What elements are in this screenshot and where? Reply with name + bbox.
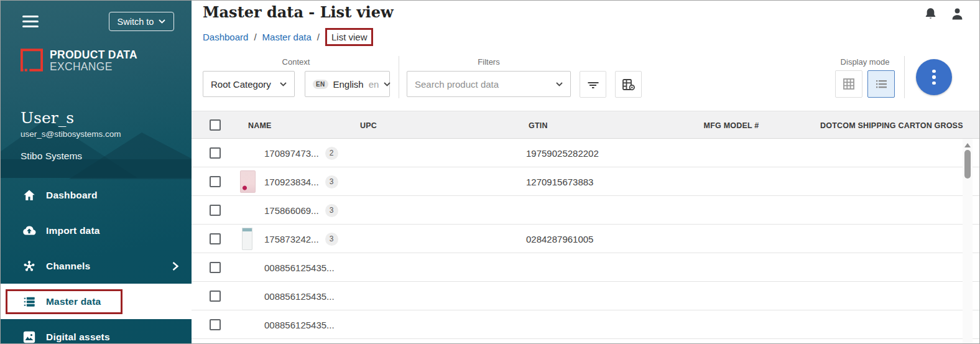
category-dropdown[interactable]: Root Category: [203, 71, 295, 97]
table-row[interactable]: 170923834...31270915673883: [192, 167, 980, 196]
digital-assets-icon: [22, 330, 36, 344]
kebab-dot: [932, 81, 936, 85]
kebab-dot: [932, 75, 936, 79]
sidebar-item-master-data[interactable]: Master data: [1, 284, 192, 319]
search-product-dropdown[interactable]: Search product data: [407, 71, 571, 97]
language-code: en: [369, 79, 379, 90]
more-actions-fab-button[interactable]: [916, 59, 952, 95]
row-checkbox[interactable]: [210, 319, 221, 330]
column-header-dotcom-shipping[interactable]: DOTCOM SHIPPING CARTON GROSS: [820, 111, 963, 139]
user-organization: Stibo Systems: [21, 151, 82, 162]
background-ridge: [1, 159, 192, 178]
sidebar: Switch to PRODUCT DATA EXCHANGE User_s u…: [1, 1, 192, 344]
vertical-scrollbar[interactable]: [963, 139, 973, 344]
variant-count-badge: 3: [325, 204, 338, 217]
cell-name[interactable]: 170923834...: [264, 177, 319, 187]
column-header-name[interactable]: NAME: [248, 111, 272, 139]
breadcrumb-list-view: List view: [331, 32, 368, 42]
table-row[interactable]: 008856125435...: [192, 253, 980, 282]
table-header: NAME UPC GTIN MFG MODEL # DOTCOM SHIPPIN…: [192, 111, 980, 139]
language-dropdown[interactable]: EN English en: [305, 71, 390, 97]
sidebar-item-label: Digital assets: [46, 332, 110, 343]
column-visibility-button[interactable]: [615, 71, 642, 98]
sidebar-nav: DashboardImport dataChannelsMaster dataD…: [1, 177, 192, 344]
column-header-gtin[interactable]: GTIN: [529, 111, 548, 139]
row-checkbox[interactable]: [210, 147, 221, 159]
table-eye-icon: [621, 77, 636, 92]
variant-count-badge: 3: [325, 233, 338, 246]
master-data-icon: [22, 295, 36, 309]
table-row[interactable]: 008856125435...: [192, 282, 980, 310]
display-mode-grid-button[interactable]: [835, 70, 862, 98]
chevron-down-icon: [556, 82, 563, 86]
row-checkbox[interactable]: [210, 205, 221, 216]
cell-gtin: 19759025282202: [526, 139, 599, 167]
context-group-label: Context: [203, 57, 389, 67]
annotation-box-list-view: List view: [325, 28, 374, 46]
column-header-upc[interactable]: UPC: [360, 111, 377, 139]
sidebar-item-channels[interactable]: Channels: [1, 248, 192, 284]
cell-name[interactable]: 170897473...: [264, 148, 319, 159]
variant-count-badge: 2: [325, 147, 338, 160]
filter-list-icon: [586, 77, 601, 92]
product-thumbnail-white-tube: [242, 228, 252, 250]
breadcrumb-master-data[interactable]: Master data: [262, 32, 312, 42]
table-row[interactable]: 170897473...219759025282202: [192, 139, 980, 167]
filters-group-label: Filters: [407, 57, 571, 67]
grid-view-icon: [841, 77, 856, 91]
toolbar-divider: [904, 56, 905, 98]
filter-button[interactable]: [580, 71, 606, 98]
breadcrumb-dashboard[interactable]: Dashboard: [203, 32, 248, 42]
notifications-bell-icon[interactable]: [923, 7, 938, 21]
search-placeholder: Search product data: [415, 79, 499, 90]
main-content: Master data - List view Dashboard / Mast…: [192, 1, 980, 344]
sidebar-item-label: Dashboard: [46, 190, 98, 201]
breadcrumb-separator: /: [317, 32, 320, 42]
app-window: Switch to PRODUCT DATA EXCHANGE User_s u…: [0, 0, 980, 344]
chevron-down-icon: [280, 82, 287, 86]
cell-name[interactable]: 008856125435...: [264, 263, 335, 273]
category-dropdown-value: Root Category: [211, 79, 271, 90]
page-title: Master data - List view: [203, 3, 394, 21]
list-view-icon: [874, 77, 889, 91]
switch-to-button[interactable]: Switch to: [109, 12, 174, 31]
table-row[interactable]: 175866069...3: [192, 196, 980, 225]
table-body: 170897473...219759025282202170923834...3…: [192, 139, 980, 339]
user-profile-icon[interactable]: [950, 7, 964, 21]
row-checkbox[interactable]: [210, 176, 221, 187]
row-checkbox[interactable]: [210, 262, 221, 273]
breadcrumb-separator: /: [254, 32, 256, 42]
column-header-mfg-model[interactable]: MFG MODEL #: [680, 111, 783, 139]
row-checkbox[interactable]: [210, 233, 221, 244]
logo-red-square-icon: [21, 48, 43, 72]
variant-count-badge: 3: [325, 175, 338, 188]
kebab-dot: [932, 70, 936, 73]
table-row[interactable]: 175873242...30284287961005: [192, 225, 980, 253]
table-row[interactable]: 008856125435...: [192, 310, 980, 339]
cell-gtin: 0284287961005: [526, 225, 593, 253]
cell-name[interactable]: 175873242...: [264, 234, 319, 244]
product-thumbnail-pink-product: [240, 170, 256, 193]
user-email: user_s@stibosystems.com: [21, 129, 121, 139]
logo-text-line1: PRODUCT DATA: [50, 49, 137, 61]
product-data-exchange-logo: PRODUCT DATA EXCHANGE: [21, 48, 137, 72]
sidebar-item-label: Import data: [46, 225, 100, 236]
cell-name[interactable]: 175866069...: [264, 205, 319, 216]
cell-name[interactable]: 008856125435...: [264, 320, 335, 330]
scrollbar-thumb[interactable]: [964, 150, 971, 179]
switch-to-label: Switch to: [118, 17, 154, 27]
sidebar-item-dashboard[interactable]: Dashboard: [1, 177, 192, 213]
toolbar-divider: [399, 56, 399, 98]
scrollbar-up-arrow[interactable]: [964, 143, 971, 147]
display-mode-list-button[interactable]: [867, 70, 895, 98]
select-all-checkbox[interactable]: [210, 119, 221, 131]
chevron-down-icon: [159, 19, 165, 24]
sidebar-item-import-data[interactable]: Import data: [1, 213, 192, 248]
hamburger-menu-icon[interactable]: [22, 16, 39, 27]
row-checkbox[interactable]: [210, 291, 221, 302]
sidebar-item-digital-assets[interactable]: Digital assets: [1, 319, 192, 344]
channels-hub-icon: [22, 259, 36, 273]
cell-name[interactable]: 008856125435...: [264, 291, 335, 302]
language-badge: EN: [313, 80, 328, 89]
cell-gtin: 1270915673883: [526, 167, 593, 196]
